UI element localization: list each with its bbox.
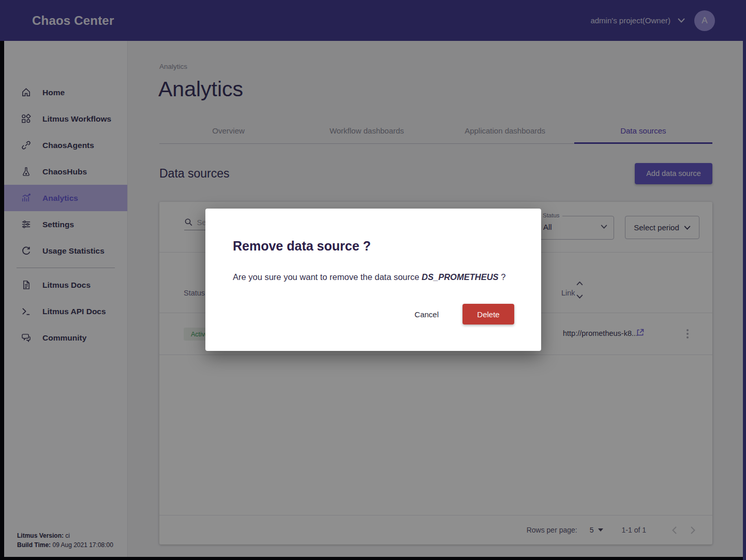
delete-button[interactable]: Delete — [462, 304, 514, 325]
dialog-message: Are you sure you want to remove the data… — [233, 272, 514, 282]
data-source-name: DS_PROMETHEUS — [422, 272, 499, 282]
dialog-title: Remove data source ? — [233, 239, 514, 254]
cancel-button[interactable]: Cancel — [411, 305, 442, 324]
dialog-message-suffix: ? — [499, 272, 506, 282]
remove-data-source-dialog: Remove data source ? Are you sure you wa… — [205, 209, 541, 351]
dialog-message-prefix: Are you sure you want to remove the data… — [233, 272, 422, 282]
